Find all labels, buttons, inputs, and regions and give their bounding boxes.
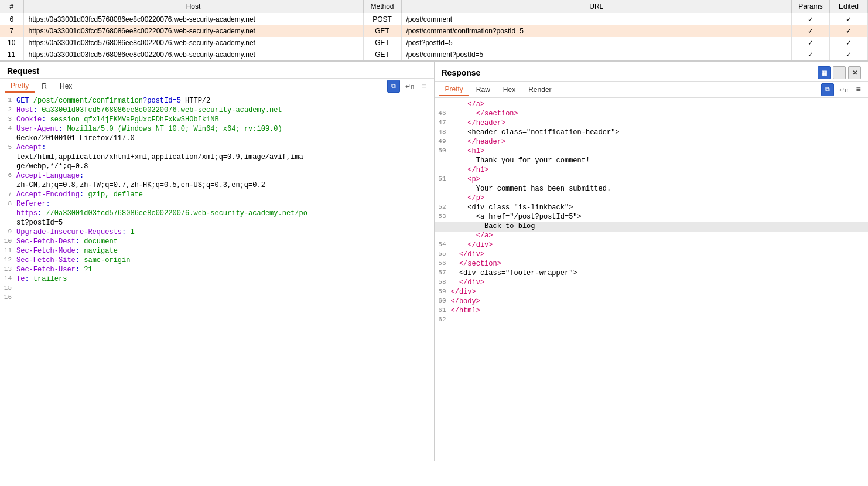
row-id: 6 — [0, 13, 23, 26]
row-url: /post?postId=5 — [401, 37, 792, 49]
request-line: 3Cookie: session=qfxl4jEKMVaPgUxcFDhFxkw… — [0, 115, 434, 125]
line-number: 58 — [437, 278, 451, 288]
request-title: Request — [7, 66, 39, 76]
line-number: 54 — [437, 241, 451, 250]
row-host: https://0a33001d03fcd5768086ee8c00220076… — [23, 37, 363, 49]
request-tab-pretty[interactable]: Pretty — [5, 80, 35, 93]
request-line: 11Sec-Fetch-Mode: navigate — [0, 247, 434, 256]
row-host: https://0a33001d03fcd5768086ee8c00220076… — [23, 49, 363, 61]
request-code-content: 1GET /post/comment/confirmation?postId=5… — [0, 94, 434, 461]
col-header-hash: # — [0, 0, 23, 13]
row-url: /post/comment?postId=5 — [401, 49, 792, 61]
row-edited: ✓ — [830, 49, 868, 61]
request-copy-icon[interactable]: ⧉ — [387, 80, 400, 93]
request-newline-btn[interactable]: ↵n — [402, 81, 417, 91]
row-url: /post/comment — [401, 13, 792, 26]
request-line: 5Accept: — [0, 144, 434, 153]
line-number — [437, 194, 451, 203]
response-menu-btn[interactable]: ≡ — [854, 85, 863, 94]
request-line: 12Sec-Fetch-Site: same-origin — [0, 256, 434, 266]
line-number — [2, 134, 16, 144]
response-line: </a> — [435, 100, 869, 110]
row-edited: ✓ — [830, 37, 868, 49]
line-number: 55 — [437, 250, 451, 260]
response-line: 47 </header> — [435, 119, 869, 128]
line-number: 48 — [437, 128, 451, 138]
line-number: 5 — [2, 144, 16, 153]
request-line: text/html,application/xhtml+xml,applicat… — [0, 153, 434, 162]
request-line: 10Sec-Fetch-Dest: document — [0, 237, 434, 247]
row-edited: ✓ — [830, 25, 868, 37]
response-tab-pretty[interactable]: Pretty — [439, 83, 469, 96]
request-tab-hex[interactable]: Hex — [54, 80, 78, 92]
line-number: 11 — [2, 247, 16, 256]
response-line: Your comment has been submitted. — [435, 185, 869, 194]
response-copy-icon[interactable]: ⧉ — [821, 83, 834, 96]
request-menu-btn[interactable]: ≡ — [419, 81, 429, 91]
response-tab-hex[interactable]: Hex — [497, 84, 521, 96]
response-line: Back to blog — [435, 222, 869, 232]
col-header-url: URL — [401, 0, 792, 13]
row-method: GET — [363, 37, 401, 49]
line-number: 4 — [2, 125, 16, 134]
row-params: ✓ — [792, 13, 830, 26]
line-number: 47 — [437, 119, 451, 128]
response-line: </a> — [435, 232, 869, 241]
response-line: 55 </div> — [435, 250, 869, 260]
response-line: 53 <a href="/post?postId=5"> — [435, 213, 869, 222]
request-toolbar: Pretty R Hex ⧉ ↵n ≡ — [0, 79, 434, 94]
response-newline-btn[interactable]: ↵n — [836, 85, 851, 95]
col-header-host: Host — [23, 0, 363, 13]
table-row[interactable]: 11https://0a33001d03fcd5768086ee8c002200… — [0, 49, 868, 61]
line-number: 52 — [437, 203, 451, 213]
row-method: GET — [363, 25, 401, 37]
request-line: zh-CN,zh;q=0.8,zh-TW;q=0.7,zh-HK;q=0.5,e… — [0, 181, 434, 191]
line-number: 9 — [2, 228, 16, 237]
response-tab-raw[interactable]: Raw — [470, 84, 496, 96]
line-number: 15 — [2, 284, 16, 294]
response-tab-render[interactable]: Render — [522, 84, 557, 96]
table-row[interactable]: 7https://0a33001d03fcd5768086ee8c0022007… — [0, 25, 868, 37]
request-tab-r[interactable]: R — [36, 80, 53, 92]
line-number — [2, 181, 16, 191]
line-number: 51 — [437, 175, 451, 185]
response-close-icon[interactable]: ✕ — [848, 66, 861, 79]
line-number: 56 — [437, 260, 451, 269]
response-line: 61</html> — [435, 307, 869, 316]
request-line: 2Host: 0a33001d03fcd5768086ee8c00220076.… — [0, 106, 434, 115]
row-params: ✓ — [792, 25, 830, 37]
response-line: 49 </header> — [435, 138, 869, 147]
table-row[interactable]: 10https://0a33001d03fcd5768086ee8c002200… — [0, 37, 868, 49]
response-line: 48 <header class="notification-header"> — [435, 128, 869, 138]
request-line: 9Upgrade-Insecure-Requests: 1 — [0, 228, 434, 237]
row-host: https://0a33001d03fcd5768086ee8c00220076… — [23, 25, 363, 37]
line-number — [437, 166, 451, 175]
response-line: 60</body> — [435, 297, 869, 307]
table-row[interactable]: 6https://0a33001d03fcd5768086ee8c0022007… — [0, 13, 868, 26]
line-number: 3 — [2, 115, 16, 125]
request-line: 1GET /post/comment/confirmation?postId=5… — [0, 97, 434, 106]
response-list-icon[interactable]: ≡ — [833, 66, 846, 79]
line-number: 13 — [2, 266, 16, 275]
response-grid-icon[interactable]: ▦ — [818, 66, 831, 79]
response-panel: Response ▦ ≡ ✕ Pretty Raw Hex Render ⧉ ↵… — [435, 62, 869, 461]
line-number — [437, 232, 451, 241]
request-line: 4User-Agent: Mozilla/5.0 (Windows NT 10.… — [0, 125, 434, 134]
line-number: 50 — [437, 147, 451, 157]
line-number — [2, 162, 16, 172]
request-toolbar-icons: ⧉ ↵n ≡ — [387, 80, 429, 93]
line-number: 14 — [2, 275, 16, 284]
row-id: 10 — [0, 37, 23, 49]
line-number: 10 — [2, 237, 16, 247]
line-number: 57 — [437, 269, 451, 278]
response-title: Response — [442, 68, 481, 77]
row-method: GET — [363, 49, 401, 61]
line-number: 16 — [2, 294, 16, 303]
response-line: 46 </section> — [435, 110, 869, 119]
response-line: 57 <div class="footer-wrapper"> — [435, 269, 869, 278]
response-line: 62 — [435, 316, 869, 325]
row-params: ✓ — [792, 49, 830, 61]
row-host: https://0a33001d03fcd5768086ee8c00220076… — [23, 13, 363, 26]
response-line: 56 </section> — [435, 260, 869, 269]
line-number — [2, 219, 16, 228]
